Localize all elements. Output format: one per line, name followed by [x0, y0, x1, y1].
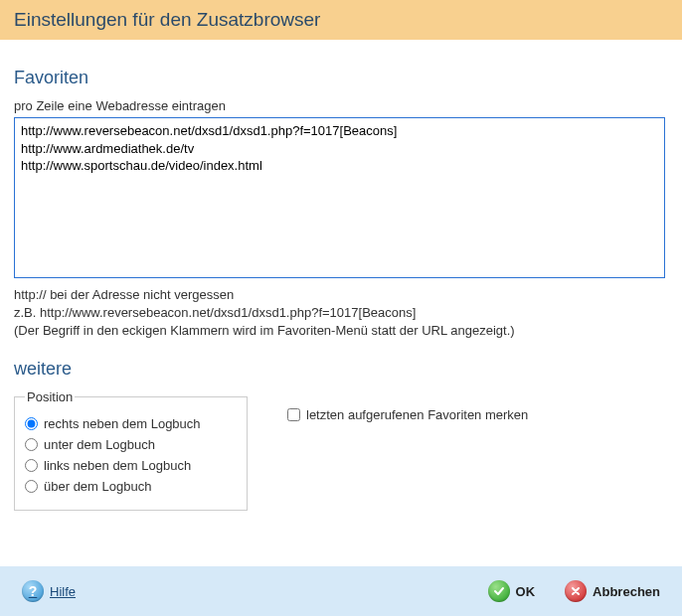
remember-column: letzten aufgerufenen Favoriten merken [287, 389, 528, 428]
window-title: Einstellungen für den Zusatzbrowser [14, 9, 320, 31]
ok-label: OK [516, 584, 536, 599]
position-radio-top[interactable]: über dem Logbuch [25, 479, 237, 494]
more-heading: weitere [14, 359, 668, 380]
favorites-textarea[interactable] [15, 118, 664, 277]
favorites-hint-block: http:// bei der Adresse nicht vergessen … [14, 286, 668, 341]
favorites-perline-label: pro Zeile eine Webadresse eintragen [14, 98, 668, 113]
position-radio-left[interactable]: links neben dem Logbuch [25, 458, 237, 473]
position-legend: Position [25, 389, 75, 404]
favorites-textarea-frame [14, 117, 665, 278]
favorites-hint-line2: z.B. http://www.reversebeacon.net/dxsd1/… [14, 304, 668, 322]
check-icon [488, 580, 510, 602]
favorites-heading: Favoriten [14, 68, 668, 88]
favorites-hint-line1: http:// bei der Adresse nicht vergessen [14, 286, 668, 304]
position-radio-right[interactable]: rechts neben dem Logbuch [25, 416, 237, 431]
position-radio-right-input[interactable] [25, 417, 38, 430]
help-label: Hilfe [50, 584, 76, 599]
help-link[interactable]: ? Hilfe [22, 580, 76, 602]
position-radio-top-label: über dem Logbuch [44, 479, 151, 494]
cancel-button[interactable]: Abbrechen [565, 580, 660, 602]
bottom-bar: ? Hilfe OK Abbrechen [0, 566, 682, 616]
remember-last-checkbox[interactable] [287, 408, 300, 421]
position-fieldset: Position rechts neben dem Logbuch unter … [14, 389, 248, 511]
title-bar: Einstellungen für den Zusatzbrowser [0, 0, 682, 40]
content-area: Favoriten pro Zeile eine Webadresse eint… [0, 40, 682, 511]
more-row: Position rechts neben dem Logbuch unter … [14, 389, 668, 511]
position-radio-right-label: rechts neben dem Logbuch [44, 416, 201, 431]
position-radio-top-input[interactable] [25, 480, 38, 493]
position-radio-left-label: links neben dem Logbuch [44, 458, 191, 473]
position-radio-left-input[interactable] [25, 459, 38, 472]
cancel-label: Abbrechen [593, 584, 660, 599]
position-radio-bottom[interactable]: unter dem Logbuch [25, 437, 237, 452]
remember-last-label: letzten aufgerufenen Favoriten merken [306, 407, 528, 422]
help-icon: ? [22, 580, 44, 602]
position-radio-bottom-label: unter dem Logbuch [44, 437, 155, 452]
close-icon [565, 580, 587, 602]
remember-last-checkbox-row[interactable]: letzten aufgerufenen Favoriten merken [287, 407, 528, 422]
ok-button[interactable]: OK [488, 580, 536, 602]
favorites-hint-line3: (Der Begriff in den eckigen Klammern wir… [14, 322, 668, 340]
position-radio-bottom-input[interactable] [25, 438, 38, 451]
